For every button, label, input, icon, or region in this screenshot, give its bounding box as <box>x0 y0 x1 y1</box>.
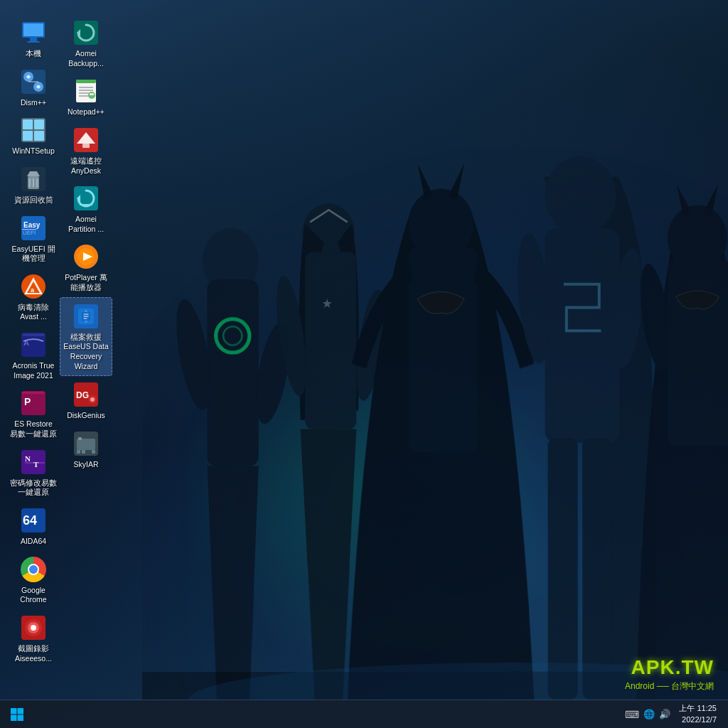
icon-notepad[interactable]: Notepad++ <box>60 73 112 122</box>
svg-point-96 <box>90 93 92 95</box>
icon-pwdmod[interactable]: N T 密碼修改易數一鍵還原 <box>7 444 60 502</box>
svg-point-86 <box>31 625 36 631</box>
keyboard-icon[interactable]: ⌨ <box>625 709 639 720</box>
apk-sub: Android ── 台灣中文網 <box>625 680 714 692</box>
svg-rect-119 <box>92 450 95 454</box>
chrome-outer <box>21 557 46 582</box>
icon-recycle[interactable]: 資源回收筒 <box>7 161 60 210</box>
dism-icon-img <box>19 68 48 96</box>
computer-icon-img <box>19 18 48 47</box>
icon-acronis[interactable]: A Acronis True Image 2021 <box>7 326 60 385</box>
icon-easeus[interactable]: 檔案救援 EaseUS Data Recovery Wizard <box>60 297 112 377</box>
apk-watermark: APK.TW Android ── 台灣中文網 <box>625 656 714 692</box>
potplayer-icon-img <box>72 242 100 271</box>
pwdmod-icon-img: N T <box>19 448 48 476</box>
icon-anydesk[interactable]: 遠端遙控 AnyDesk <box>60 122 112 180</box>
icon-aida64[interactable]: 64 AIDA64 <box>7 502 60 551</box>
svg-rect-58 <box>23 131 33 141</box>
icon-computer-label: 本機 <box>26 49 41 59</box>
icon-winntsetup-label: WinNTSetup <box>12 146 55 156</box>
svg-text:Easy: Easy <box>23 221 41 229</box>
notepad-icon-img <box>72 77 100 105</box>
svg-rect-121 <box>18 708 24 714</box>
icons-area: 本機 Dism++ <box>7 14 185 692</box>
svg-text:P: P <box>24 396 31 407</box>
apk-brand: APK.TW <box>625 656 714 679</box>
icon-screenrec[interactable]: 截圖錄影 Aiseeeso... <box>7 609 60 668</box>
icon-easeus-label: 檔案救援 EaseUS Data Recovery Wizard <box>63 333 109 372</box>
clock-time: 上午 11:25 <box>679 703 717 714</box>
network-icon[interactable]: 🌐 <box>643 709 655 719</box>
desktop: ★ <box>0 0 728 728</box>
svg-point-18 <box>545 156 616 235</box>
svg-rect-23 <box>582 439 612 700</box>
icon-anydesk-label: 遠端遙控 AnyDesk <box>63 156 109 176</box>
svg-rect-117 <box>77 450 80 454</box>
icon-aomeiback-label: Aomei Backupp... <box>63 49 109 68</box>
svg-rect-120 <box>11 708 17 714</box>
icon-pwdmod-label: 密碼修改易數一鍵還原 <box>10 478 57 498</box>
apk-text: APK.TW <box>631 656 714 678</box>
acronis-icon-img: A <box>19 331 48 359</box>
svg-rect-57 <box>34 119 44 129</box>
svg-rect-59 <box>34 131 44 141</box>
icon-esrestore[interactable]: P ES Restore 易數一鍵還原 <box>7 385 60 443</box>
icon-winntsetup[interactable]: WinNTSetup <box>7 112 60 161</box>
clock-area[interactable]: 上午 11:25 2022/12/7 <box>676 702 719 727</box>
heroes-background: ★ <box>142 0 728 700</box>
icon-easyuefi-label: EasyUEFI 開機管理 <box>10 245 57 264</box>
esrestore-icon-img: P <box>19 389 48 417</box>
icon-diskgenius[interactable]: DG DiskGenius <box>60 376 112 425</box>
svg-text:N: N <box>25 454 31 463</box>
svg-text:UEFI: UEFI <box>23 230 36 236</box>
volume-icon[interactable]: 🔊 <box>659 709 670 719</box>
easeus-icon-img <box>72 302 100 331</box>
icon-dism[interactable]: Dism++ <box>7 63 60 112</box>
svg-rect-115 <box>77 439 95 450</box>
icon-potplayer[interactable]: PotPlayer 萬能播放器 <box>60 238 112 296</box>
chrome-icon-img <box>19 555 48 584</box>
icon-aomeiback[interactable]: Aomei Backupp... <box>60 14 112 73</box>
aomeiback-icon-img <box>72 18 100 47</box>
icon-esrestore-label: ES Restore 易數一鍵還原 <box>10 419 57 439</box>
svg-rect-73 <box>22 333 45 336</box>
svg-rect-22 <box>548 439 578 700</box>
icon-chrome-label: Google Chrome <box>10 586 57 605</box>
screenrec-icon-img <box>19 614 48 642</box>
aida64-icon-img: 64 <box>19 506 48 535</box>
svg-rect-122 <box>11 714 17 721</box>
icon-skyiar[interactable]: SkyIAR <box>60 425 112 474</box>
svg-rect-49 <box>30 38 37 41</box>
taskbar-right: ⌨ 🌐 🔊 上午 11:25 2022/12/7 <box>625 702 728 727</box>
tray-icons: ⌨ 🌐 🔊 <box>625 709 670 720</box>
svg-rect-123 <box>18 714 24 721</box>
start-button[interactable] <box>0 700 34 729</box>
svg-rect-50 <box>27 41 40 43</box>
icon-computer[interactable]: 本機 <box>7 14 60 63</box>
clock-date: 2022/12/7 <box>682 714 717 725</box>
svg-point-95 <box>88 92 95 99</box>
icon-easyuefi[interactable]: Easy UEFI EasyUEFI 開機管理 <box>7 210 60 268</box>
icon-recycle-label: 資源回收筒 <box>14 196 53 205</box>
icon-chrome[interactable]: Google Chrome <box>7 551 60 609</box>
chrome-inner <box>28 564 39 575</box>
aomeipart-icon-img <box>72 184 100 213</box>
svg-rect-118 <box>82 450 85 454</box>
windows-logo-icon <box>10 707 24 722</box>
recycle-icon-img <box>19 165 48 193</box>
winntsetup-icon-img <box>19 116 48 144</box>
svg-rect-68 <box>22 229 36 230</box>
avast-icon-img: a <box>19 272 48 301</box>
taskbar: ⌨ 🌐 🔊 上午 11:25 2022/12/7 <box>0 700 728 728</box>
svg-rect-15 <box>408 247 478 453</box>
icon-notepad-label: Notepad++ <box>68 107 105 117</box>
icon-aomeipart-label: Aomei Partition ... <box>63 215 109 234</box>
anydesk-icon-img <box>72 126 100 154</box>
icon-aomeipart[interactable]: Aomei Partition ... <box>60 180 112 238</box>
icon-avast[interactable]: a 病毒清除 Avast ... <box>7 268 60 326</box>
svg-text:DG: DG <box>76 390 89 400</box>
diskgenius-icon-img: DG <box>72 380 100 409</box>
icon-potplayer-label: PotPlayer 萬能播放器 <box>63 273 109 292</box>
icon-avast-label: 病毒清除 Avast ... <box>10 303 57 322</box>
icon-screenrec-label: 截圖錄影 Aiseeeso... <box>10 644 57 663</box>
